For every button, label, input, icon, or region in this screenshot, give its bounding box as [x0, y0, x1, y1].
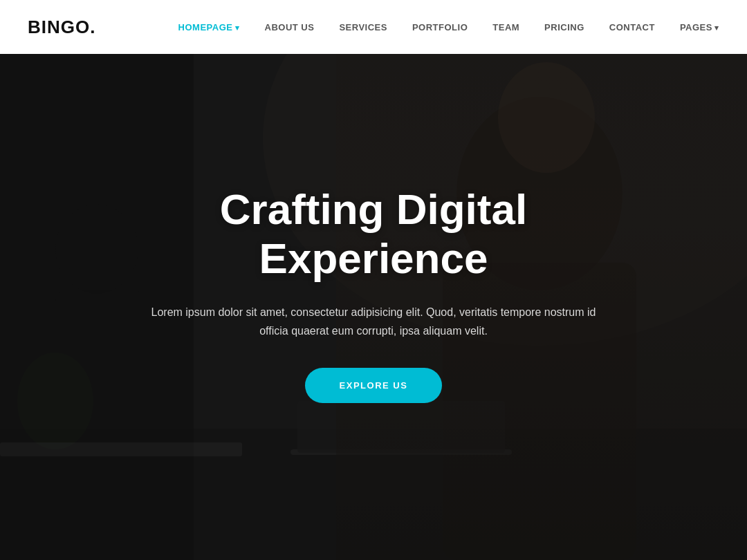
site-header: BINGO. HOMEPAGE ABOUT US SERVICES PORTFO…	[0, 0, 747, 54]
nav-item-pages[interactable]: PAGES	[680, 22, 719, 32]
hero-section: Crafting Digital Experience Lorem ipsum …	[0, 0, 747, 560]
hero-subtitle: Lorem ipsum dolor sit amet, consectetur …	[145, 303, 602, 340]
site-logo[interactable]: BINGO.	[28, 17, 95, 38]
nav-item-homepage[interactable]: HOMEPAGE	[178, 22, 240, 32]
nav-item-services[interactable]: SERVICES	[339, 22, 387, 32]
nav-item-contact[interactable]: CONTACT	[609, 22, 655, 32]
nav-item-pricing[interactable]: PRICING	[544, 22, 584, 32]
main-nav: HOMEPAGE ABOUT US SERVICES PORTFOLIO TEA…	[178, 22, 719, 32]
nav-item-about[interactable]: ABOUT US	[265, 22, 315, 32]
hero-title: Crafting Digital Experience	[145, 185, 602, 283]
hero-content: Crafting Digital Experience Lorem ipsum …	[131, 185, 616, 403]
nav-item-portfolio[interactable]: PORTFOLIO	[412, 22, 468, 32]
nav-item-team[interactable]: TEAM	[492, 22, 519, 32]
explore-button[interactable]: EXPLORE US	[305, 368, 443, 403]
